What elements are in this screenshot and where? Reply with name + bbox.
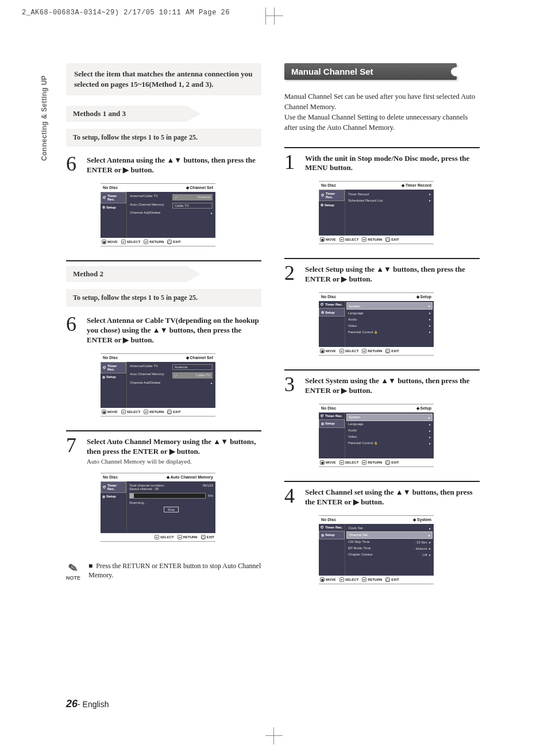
osd-menu-item: EP Mode Time (348, 546, 371, 550)
osd-title-left: No Disc (103, 186, 118, 190)
step-text: With the unit in Stop mode/No Disc mode,… (305, 153, 480, 173)
osd-value: : 15 Sec ▸ (415, 540, 431, 544)
osd-system-menu: No Disc ◆ System ⏱Timer Rec. ⚙Setup Cloc… (319, 515, 434, 584)
osd-footer: ▦MOVE ↵SELECT ↩RETURN ◯EXIT (101, 408, 215, 416)
osd-menu-item: System (349, 415, 360, 419)
osd-footer: ▦MOVE ↵SELECT ↩RETURN ◯EXIT (319, 458, 434, 467)
divider (284, 481, 480, 482)
chevron-right-icon: ▸ (429, 533, 430, 537)
osd-side-setup: ⚙Setup (319, 308, 345, 317)
osd-title-left: No Disc (321, 183, 336, 188)
osd-side-timer: ⏱Timer Rec. (319, 412, 345, 419)
osd-menu-item: Video (348, 324, 357, 327)
osd-title-left: No Disc (321, 295, 336, 299)
osd-auto-channel-memory: No Disc ◆ Auto Channel Memory ⏱Timer Rec… (101, 473, 215, 542)
osd-row-label: Channel Add/Delete (130, 211, 170, 215)
chevron-right-icon: ▸ (429, 526, 431, 530)
divider (66, 260, 261, 261)
pencil-icon: ✎ (65, 560, 82, 576)
paragraph: Manual Channel Set can be used after you… (284, 91, 480, 133)
step-6b: 6 Select Antenna or Cable TV(depending o… (66, 315, 261, 345)
divider (284, 369, 480, 371)
osd-side-setup: ⚙Setup (101, 203, 126, 211)
setup-note-1: To setup, follow the steps 1 to 5 in pag… (66, 129, 261, 146)
step-4: 4 Select Channel set using the ▲▼ button… (284, 487, 480, 507)
page-footer: 26- English (66, 698, 109, 710)
step-6a: 6 Select Antenna using the ▲▼ buttons, t… (66, 155, 261, 175)
chevron-right-icon: ▸ (211, 381, 213, 385)
divider (284, 258, 480, 259)
osd-row-label: Auto Channel Memory (130, 372, 170, 379)
lock-icon: 🔒 (374, 441, 377, 445)
osd-title-left: No Disc (321, 518, 336, 522)
chevron-right-icon: ▸ (429, 323, 431, 327)
osd-side-timer: ⏱Timer Rec. (319, 301, 345, 308)
step-number: 6 (66, 315, 82, 333)
step-7: 7 Select Auto Channel Memory using the ▲… (66, 436, 261, 465)
osd-title-left: No Disc (321, 406, 336, 411)
osd-row-value: ✓ Cable TV (172, 372, 213, 379)
chevron-right-icon: ▸ (211, 211, 213, 215)
osd-footer: ▦MOVE ↵SELECT ↩RETURN ◯EXIT (319, 347, 434, 356)
chevron-right-icon: ▸ (429, 330, 431, 334)
osd-row-value: ✓ Antenna (172, 194, 213, 200)
step-number: 3 (284, 375, 300, 394)
osd-value: : 6Hours ▸ (414, 546, 431, 550)
step-text: Select Auto Channel Memory using the ▲▼ … (87, 436, 261, 457)
osd-menu-item: Parental Control 🔒 (348, 441, 377, 445)
osd-menu-item: Audio (348, 318, 357, 321)
note-icon: ✎ NOTE (66, 561, 80, 581)
step-text: Select Antenna using the ▲▼ buttons, the… (87, 155, 261, 175)
osd-menu-item: System (349, 304, 360, 308)
step-text: Select Antenna or Cable TV(depending on … (87, 315, 261, 345)
osd-title-right: ◆ Setup (416, 295, 431, 299)
osd-menu-item: Scheduled Record List (348, 199, 383, 202)
osd-title-left: No Disc (103, 475, 118, 480)
note-row: ✎ NOTE ■Press the RETURN or ENTER button… (66, 561, 261, 581)
divider (66, 430, 261, 431)
chevron-right-icon: ▸ (429, 422, 431, 426)
section-heading: Manual Channel Set (284, 63, 457, 80)
osd-side-setup: ⚙Setup (319, 419, 345, 428)
step-number: 2 (284, 264, 300, 282)
osd-side-timer: ⏱Timer Rec. (101, 481, 126, 493)
osd-timer-record: No Disc ◆ Timer Record ⏱Timer Rec. ⚙Setu… (319, 181, 434, 244)
method-2-label: Method 2 (66, 266, 187, 282)
right-column: Manual Channel Set Manual Channel Set ca… (284, 63, 480, 592)
step-text: Select Setup using the ▲▼ buttons, then … (305, 264, 480, 284)
osd-side-timer: ⏱Timer Rec. (101, 362, 126, 373)
chevron-right-icon: ▸ (429, 435, 431, 439)
osd-row-label: Channel Add/Delete (130, 381, 170, 385)
step-number: 7 (66, 436, 82, 454)
chevron-right-icon: ▸ (429, 198, 431, 202)
osd-title-right: ◆ Channel Set (186, 356, 213, 360)
osd-footer: ▦MOVE ↵SELECT ↩RETURN ◯EXIT (319, 236, 434, 244)
osd-title-left: No Disc (103, 356, 118, 360)
osd-progress-bar (129, 493, 206, 499)
osd-side-setup: ⚙Setup (319, 201, 345, 209)
note-text: ■Press the RETURN or ENTER button to sto… (88, 561, 261, 581)
step-text: Select System using the ▲▼ buttons, then… (305, 375, 480, 396)
osd-side-setup: ⚙Setup (319, 531, 345, 539)
osd-footer: ▦MOVE ↵SELECT ↩RETURN ◯EXIT (101, 238, 215, 246)
osd-menu-item: Clock Set (348, 526, 363, 530)
chevron-right-icon: ▸ (429, 441, 431, 445)
intro-box: Select the item that matches the antenna… (66, 63, 261, 95)
page-content: Select the item that matches the antenna… (66, 63, 480, 592)
osd-setup-menu: No Disc ◆ Setup ⏱Timer Rec. ⚙Setup Syste… (319, 292, 434, 356)
print-header: 2_AK68-00683A-0314~29) 2/17/05 10:11 AM … (22, 9, 230, 17)
osd-total-value: 06/125 (203, 484, 213, 487)
osd-row-label: Auto Channel Memory (130, 203, 170, 209)
osd-value: : Off ▸ (420, 553, 431, 557)
step-number: 4 (284, 487, 300, 505)
side-tab: Connecting & Setting UP (40, 75, 48, 161)
osd-row-label: Antenna/Cable TV (130, 364, 170, 370)
osd-footer: ▦MOVE ↵SELECT ↩RETURN ◯EXIT (319, 576, 434, 584)
osd-title-right: ◆ Setup (416, 406, 431, 411)
osd-side-setup: ⚙Setup (101, 373, 126, 381)
step-number: 1 (284, 153, 300, 171)
step-text: Select Channel set using the ▲▼ buttons,… (305, 487, 480, 507)
osd-menu-item: Audio (348, 429, 357, 432)
osd-title-right: ◆ Channel Set (186, 186, 213, 190)
osd-menu-item: Timer Record (348, 192, 369, 196)
